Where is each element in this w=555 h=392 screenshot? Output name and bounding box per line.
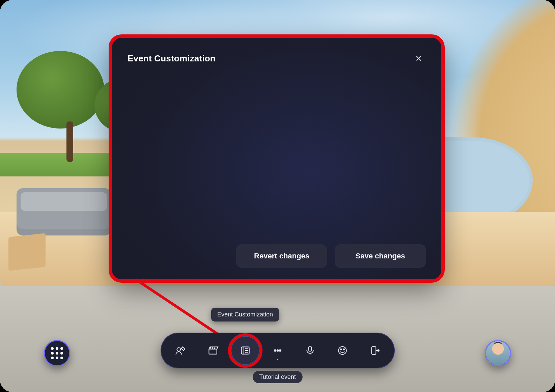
event-customization-panel: Event Customization Revert changes Save … xyxy=(111,37,442,280)
revert-changes-button[interactable]: Revert changes xyxy=(236,244,327,268)
scene-stool xyxy=(8,233,46,271)
svg-point-3 xyxy=(177,348,181,352)
svg-point-15 xyxy=(338,346,346,354)
chevron-up-icon: ⌃ xyxy=(276,358,280,364)
app-menu-button[interactable] xyxy=(44,340,70,366)
event-customization-icon xyxy=(240,345,251,356)
leave-icon xyxy=(369,345,381,356)
event-customization-panel-wrap: Event Customization Revert changes Save … xyxy=(111,37,442,280)
svg-point-11 xyxy=(277,350,278,352)
toolbar-event-customization-button[interactable] xyxy=(231,336,260,365)
grid-menu-icon xyxy=(51,347,63,359)
toolbar-leave-button[interactable] xyxy=(360,336,389,365)
toolbar-microphone-button[interactable] xyxy=(296,336,325,365)
toolbar-customize-avatar-button[interactable] xyxy=(166,336,195,365)
customize-avatar-icon xyxy=(175,345,186,356)
toolbar-media-button[interactable] xyxy=(198,336,227,365)
close-button[interactable] xyxy=(412,51,426,65)
avatar-image xyxy=(486,341,510,365)
toolbar-more-button[interactable]: ⌃ xyxy=(263,336,292,365)
more-icon xyxy=(272,345,283,356)
svg-point-17 xyxy=(343,349,344,350)
toolbar-tooltip: Event Customization xyxy=(211,308,279,321)
svg-point-12 xyxy=(279,350,281,352)
panel-actions: Revert changes Save changes xyxy=(128,244,426,268)
scene-couch xyxy=(17,188,111,235)
bottom-toolbar: ⌃ xyxy=(161,333,395,368)
profile-avatar-button[interactable] xyxy=(485,340,511,366)
svg-rect-4 xyxy=(209,349,217,354)
panel-body xyxy=(128,65,426,244)
toolbar-reactions-button[interactable] xyxy=(328,336,357,365)
scene-tree xyxy=(17,51,104,129)
event-name-pill: Tutorial event xyxy=(252,371,302,383)
svg-rect-13 xyxy=(308,346,311,351)
panel-header: Event Customization xyxy=(128,51,426,65)
scene-tree-trunk xyxy=(66,121,73,162)
save-changes-button[interactable]: Save changes xyxy=(335,244,426,268)
close-icon xyxy=(415,55,422,62)
panel-title: Event Customization xyxy=(128,53,216,64)
clapperboard-icon xyxy=(207,345,219,356)
svg-point-16 xyxy=(340,349,341,350)
svg-point-10 xyxy=(274,350,276,352)
microphone-icon xyxy=(304,345,316,356)
viewport: Event Customization Revert changes Save … xyxy=(0,0,555,392)
svg-rect-18 xyxy=(371,346,376,354)
emoji-icon xyxy=(337,345,348,356)
